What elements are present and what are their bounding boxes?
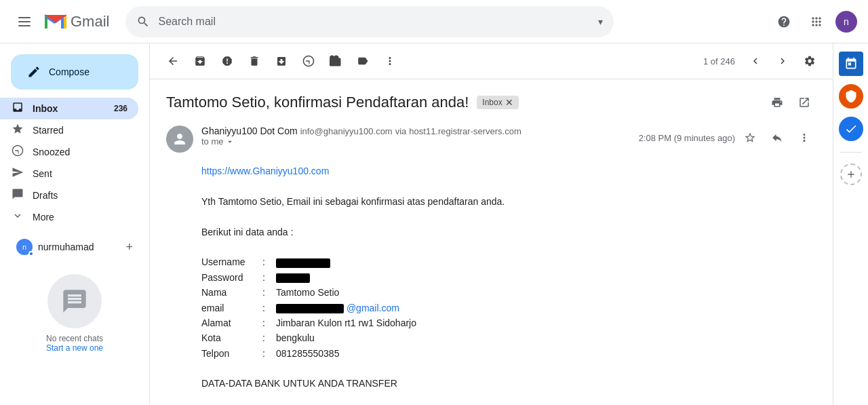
topbar-right-icons: n — [770, 8, 857, 35]
remove-inbox-tag-button[interactable]: ✕ — [505, 97, 513, 108]
inbox-tag: Inbox ✕ — [477, 96, 518, 109]
sender-to-row: to me — [201, 136, 631, 147]
nama-value: Tamtomo Setio — [276, 285, 416, 300]
edit-icon — [27, 65, 41, 79]
no-recent-chats-text: No recent chats — [22, 334, 127, 343]
archive-button[interactable] — [188, 49, 212, 73]
compose-label: Compose — [49, 66, 90, 77]
chat-avatar-placeholder — [47, 274, 102, 328]
pagination-info: 1 of 246 — [703, 56, 735, 66]
search-input[interactable] — [158, 16, 590, 28]
add-app-button[interactable] — [840, 163, 862, 185]
table-row: Username : — [201, 254, 416, 269]
sender-email: info@ghaniyyu100.com — [300, 126, 393, 136]
compose-button[interactable]: Compose — [11, 54, 138, 90]
user-avatar[interactable]: n — [835, 11, 857, 33]
back-button[interactable] — [161, 49, 185, 73]
telpon-value: 081285550385 — [276, 346, 416, 361]
next-email-button[interactable] — [770, 49, 795, 73]
online-indicator — [28, 251, 34, 256]
sender-row: Ghaniyyu100 Dot Com info@ghaniyyu100.com… — [166, 126, 816, 153]
email-body: https://www.Ghaniyyu100.com Yth Tamtomo … — [166, 163, 816, 405]
drafts-icon — [11, 188, 24, 204]
bank-title: DATA-DATA BANK UNTUK ANDA TRANSFER — [201, 376, 816, 391]
topbar: Gmail ▾ n — [0, 0, 868, 43]
star-email-button[interactable] — [738, 126, 762, 150]
search-icon — [136, 15, 150, 28]
email-content: Tamtomo Setio, konfirmasi Pendaftaran an… — [150, 79, 833, 405]
table-row: Alamat : Jimbaran Kulon rt1 rw1 Sidoharj… — [201, 315, 416, 330]
delete-button[interactable] — [242, 49, 267, 73]
gmail-wordmark: Gmail — [71, 13, 109, 31]
star-icon — [11, 123, 24, 138]
drafts-label: Drafts — [33, 190, 58, 201]
snooze-button[interactable] — [296, 49, 321, 73]
more-label: More — [33, 212, 54, 223]
greeting-text: Yth Tamtomo Setio, Email ini sebagai kon… — [201, 194, 816, 209]
reply-button[interactable] — [765, 126, 789, 150]
start-new-chat-link[interactable]: Start a new one — [22, 343, 127, 353]
settings-button[interactable] — [797, 49, 822, 73]
sender-host: host11.registrar-servers.com — [409, 126, 521, 136]
email-toolbar: 1 of 246 — [150, 43, 833, 79]
more-options-button[interactable] — [378, 49, 402, 73]
table-row: Telpon : 081285550385 — [201, 346, 416, 361]
alamat-label: Alamat — [201, 315, 262, 330]
sidebar-item-more[interactable]: More — [0, 206, 138, 228]
prev-email-button[interactable] — [743, 49, 768, 73]
sidebar-item-inbox[interactable]: Inbox 236 — [0, 98, 138, 119]
report-spam-button[interactable] — [215, 49, 239, 73]
email-label: email — [201, 301, 262, 315]
search-dropdown-icon[interactable]: ▾ — [598, 16, 603, 27]
gmail-link[interactable]: @gmail.com — [347, 303, 399, 313]
gmail-logo: Gmail — [43, 12, 109, 31]
user-data-table: Username : Password : Nama : Tamtomo Set… — [201, 254, 416, 361]
telpon-label: Telpon — [201, 346, 262, 361]
sidebar-item-snoozed[interactable]: Snoozed — [0, 141, 138, 163]
starred-label: Starred — [33, 125, 64, 136]
sidebar-item-starred[interactable]: Starred — [0, 119, 138, 141]
mark-unread-button[interactable] — [269, 49, 294, 73]
user-avatar-small: n — [16, 239, 33, 255]
open-in-new-window-button[interactable] — [792, 90, 816, 115]
email-subject-row: Tamtomo Setio, konfirmasi Pendaftaran an… — [166, 90, 816, 115]
sidebar-item-sent[interactable]: Sent — [0, 163, 138, 185]
password-value — [276, 273, 310, 283]
apps-button[interactable] — [803, 8, 830, 35]
table-row: Kota : bengkulu — [201, 330, 416, 345]
user-account-item[interactable]: n nurmuhamad + — [11, 236, 138, 258]
nama-label: Nama — [201, 285, 262, 300]
table-row: Nama : Tamtomo Setio — [201, 285, 416, 300]
table-row: email : @gmail.com — [201, 301, 416, 315]
divider — [840, 152, 862, 153]
move-to-button[interactable] — [323, 49, 348, 73]
snoozed-icon — [11, 144, 24, 160]
shield-icon[interactable] — [839, 84, 863, 109]
data-intro-text: Berikut ini data anda : — [201, 225, 816, 239]
password-label: Password — [201, 270, 262, 285]
email-panel: 1 of 246 Tamtomo Setio, konfirmasi Penda… — [149, 43, 833, 405]
calendar-icon[interactable] — [839, 52, 863, 76]
label-button[interactable] — [351, 49, 375, 73]
more-email-options-button[interactable] — [792, 126, 816, 150]
tasks-icon[interactable] — [839, 117, 863, 141]
via-text: via — [395, 126, 407, 136]
add-account-button[interactable]: + — [125, 240, 133, 254]
sidebar-item-drafts[interactable]: Drafts — [0, 185, 138, 206]
email-time: 2:08 PM (9 minutes ago) — [639, 133, 735, 143]
search-bar[interactable]: ▾ — [125, 6, 614, 37]
sender-avatar — [166, 126, 193, 153]
right-chrome-panel — [833, 43, 868, 405]
help-button[interactable] — [770, 8, 797, 35]
table-row: Password : — [201, 270, 416, 285]
sender-name-row: Ghaniyyu100 Dot Com info@ghaniyyu100.com… — [201, 126, 631, 136]
print-button[interactable] — [765, 90, 789, 115]
main-layout: Compose Inbox 236 Starred Snoozed — [0, 43, 868, 405]
alamat-value: Jimbaran Kulon rt1 rw1 Sidoharjo — [276, 315, 416, 330]
website-link[interactable]: https://www.Ghaniyyu100.com — [201, 166, 329, 176]
sidebar: Compose Inbox 236 Starred Snoozed — [0, 43, 149, 405]
kota-value: bengkulu — [276, 330, 416, 345]
hamburger-menu-button[interactable] — [11, 8, 38, 35]
username-label: Username — [201, 254, 262, 269]
sender-info: Ghaniyyu100 Dot Com info@ghaniyyu100.com… — [201, 126, 631, 147]
